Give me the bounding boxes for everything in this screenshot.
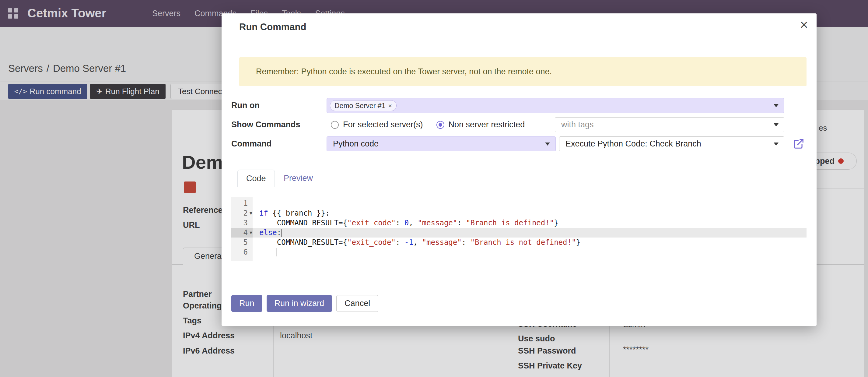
fold-icon[interactable]: ▾ <box>250 228 252 237</box>
code-line-1[interactable]: 1 <box>231 199 807 208</box>
line-number: 1 <box>231 199 253 208</box>
code-text[interactable]: if {{ branch }}: <box>259 208 330 218</box>
run-command-dialog: Run Command × Remember: Python code is e… <box>222 13 816 326</box>
code-line-5[interactable]: 5 COMMAND_RESULT={"exit_code": -1, "mess… <box>231 237 807 247</box>
tags-select-placeholder: with tags <box>555 118 784 132</box>
run-on-label: Run on <box>231 98 259 113</box>
radio-non-server-restricted[interactable] <box>436 121 444 129</box>
code-editor[interactable]: 1 2▾ if {{ branch }}: 3 COMMAND_RESULT={… <box>231 197 807 261</box>
cancel-button[interactable]: Cancel <box>336 295 378 312</box>
command-type-select[interactable]: Python code <box>327 137 556 151</box>
line-number: 2▾ <box>231 208 253 218</box>
tab-code[interactable]: Code <box>238 170 275 187</box>
chevron-down-icon[interactable] <box>545 143 550 146</box>
command-label: Command <box>231 137 272 151</box>
indent-guide <box>276 248 277 256</box>
code-line-4-active[interactable]: 4▾ else: <box>231 228 807 237</box>
code-line-2[interactable]: 2▾ if {{ branch }}: <box>231 208 807 218</box>
text-cursor <box>281 229 282 237</box>
external-link-icon[interactable] <box>793 138 804 149</box>
chevron-down-icon[interactable] <box>774 104 778 107</box>
command-select-value: Execute Python Code: Check Branch <box>559 137 784 151</box>
show-commands-label: Show Commands <box>231 117 300 132</box>
run-on-multiselect[interactable]: Demo Server #1 × <box>327 98 784 113</box>
line-number: 5 <box>231 237 253 247</box>
code-text[interactable]: COMMAND_RESULT={"exit_code": -1, "messag… <box>259 237 580 247</box>
server-tag-label: Demo Server #1 <box>335 102 385 110</box>
dialog-footer: Run Run in wizard Cancel <box>231 295 378 312</box>
command-type-value: Python code <box>327 137 555 151</box>
command-select[interactable]: Execute Python Code: Check Branch <box>559 137 784 151</box>
line-number: 6 <box>231 247 253 257</box>
code-line-6[interactable]: 6 <box>231 247 807 257</box>
warning-alert-text: Remember: Python code is executed on the… <box>239 57 807 86</box>
run-button[interactable]: Run <box>231 295 262 312</box>
warning-alert: Remember: Python code is executed on the… <box>239 57 807 86</box>
tab-preview[interactable]: Preview <box>276 170 321 187</box>
close-icon[interactable]: × <box>800 18 808 32</box>
line-number: 3 <box>231 218 253 228</box>
run-in-wizard-button[interactable]: Run in wizard <box>267 295 332 312</box>
editor-tabs: Code Preview <box>231 170 807 187</box>
code-text[interactable]: COMMAND_RESULT={"exit_code": 0, "message… <box>259 218 558 228</box>
indent-guide <box>268 248 268 256</box>
fold-icon[interactable]: ▾ <box>250 208 252 218</box>
server-tag-chip[interactable]: Demo Server #1 × <box>330 100 397 111</box>
radio-for-selected-servers-label[interactable]: For selected server(s) <box>343 120 423 129</box>
chevron-down-icon[interactable] <box>774 143 778 146</box>
show-commands-radio-group: For selected server(s) Non server restri… <box>327 117 525 132</box>
tags-select[interactable]: with tags <box>555 117 784 132</box>
chevron-down-icon[interactable] <box>774 123 778 126</box>
radio-for-selected-servers[interactable] <box>331 121 339 129</box>
dialog-title: Run Command <box>239 22 306 33</box>
line-number: 4▾ <box>231 228 253 237</box>
code-text[interactable]: else: <box>259 228 282 237</box>
code-line-3[interactable]: 3 COMMAND_RESULT={"exit_code": 0, "messa… <box>231 218 807 228</box>
chip-remove-icon[interactable]: × <box>388 102 392 109</box>
radio-non-server-restricted-label[interactable]: Non server restricted <box>448 120 525 129</box>
